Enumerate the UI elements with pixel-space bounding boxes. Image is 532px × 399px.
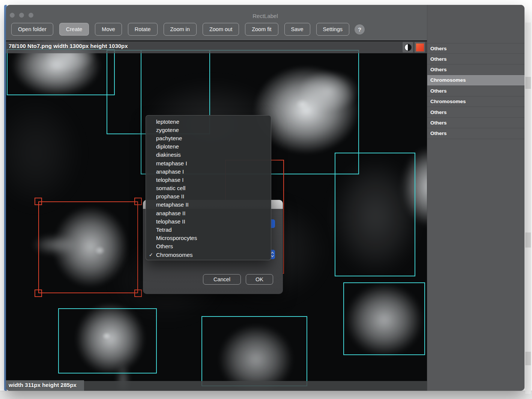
menu-item-label: Microsporocytes bbox=[156, 235, 197, 241]
menu-item-metaphase-ii[interactable]: metaphase II bbox=[146, 201, 271, 209]
menu-item-label: telophase II bbox=[156, 218, 185, 225]
menu-item-label: prophase II bbox=[156, 193, 184, 200]
resize-handle[interactable] bbox=[35, 198, 42, 205]
menu-item-telophase-i[interactable]: telophase I bbox=[146, 176, 271, 184]
contrast-icon bbox=[404, 44, 412, 51]
cancel-button[interactable]: Cancel bbox=[203, 274, 241, 285]
resize-handle[interactable] bbox=[134, 198, 142, 205]
zoom-in-button[interactable]: Zoom in bbox=[164, 23, 197, 36]
label-color-button[interactable] bbox=[415, 42, 425, 52]
menu-item-diakinesis[interactable]: diakinesis bbox=[146, 151, 271, 159]
menu-item-leptotene[interactable]: leptotene bbox=[146, 117, 271, 126]
page-background-strip bbox=[0, 391, 532, 399]
settings-button[interactable]: Settings bbox=[316, 23, 349, 36]
label-row-text: Others bbox=[430, 67, 447, 72]
menu-item-somatic-cell[interactable]: somatic cell bbox=[146, 184, 271, 192]
menu-item-label: telophase I bbox=[156, 177, 183, 183]
label-row-others[interactable]: Others bbox=[427, 86, 524, 96]
label-row-text: Others bbox=[430, 56, 447, 62]
annotation-box[interactable] bbox=[201, 316, 307, 386]
menu-item-telophase-ii[interactable]: telophase II bbox=[146, 217, 271, 225]
page: RectLabel Open folderCreateMoveRotateZoo… bbox=[0, 0, 532, 399]
menu-item-label: anaphase II bbox=[156, 210, 185, 216]
label-row-others[interactable]: Others bbox=[427, 43, 524, 54]
help-button[interactable]: ? bbox=[355, 24, 365, 34]
label-row-others[interactable]: Others bbox=[427, 54, 524, 64]
menu-item-diplotene[interactable]: diplotene bbox=[146, 142, 271, 151]
annotation-box[interactable] bbox=[335, 153, 415, 276]
scrollbar-thumb[interactable] bbox=[525, 352, 531, 365]
toolbar: Open folderCreateMoveRotateZoom inZoom o… bbox=[11, 23, 365, 36]
cell-blob bbox=[6, 97, 81, 209]
label-row-text: Chromosomes bbox=[430, 77, 466, 83]
label-list: OthersOthersOthersChromosomesOthersChrom… bbox=[427, 5, 524, 391]
label-row-others[interactable]: Others bbox=[427, 107, 524, 117]
menu-item-microsporocytes[interactable]: Microsporocytes bbox=[146, 234, 271, 242]
scrollbar-thumb[interactable] bbox=[525, 232, 531, 248]
menu-item-tetrad[interactable]: Tetrad bbox=[146, 225, 271, 234]
checkmark-icon: ✓ bbox=[146, 252, 156, 258]
label-row-text: Others bbox=[430, 88, 447, 94]
app-window: RectLabel Open folderCreateMoveRotateZoo… bbox=[6, 5, 524, 391]
image-info-text: 78/100 Nto7.png width 1300px height 1030… bbox=[9, 43, 128, 49]
menu-item-label: metaphase I bbox=[156, 160, 187, 166]
label-row-chromosomes[interactable]: Chromosomes bbox=[427, 75, 524, 86]
open-folder-button[interactable]: Open folder bbox=[11, 23, 53, 36]
label-row-others[interactable]: Others bbox=[427, 118, 524, 128]
menu-item-anaphase-i[interactable]: anaphase I bbox=[146, 167, 271, 176]
menu-item-label: pachytene bbox=[156, 135, 182, 141]
rotate-button[interactable]: Rotate bbox=[128, 23, 158, 36]
zoom-fit-button[interactable]: Zoom fit bbox=[245, 23, 278, 36]
label-row-others[interactable]: Others bbox=[427, 128, 524, 139]
label-row-text: Others bbox=[430, 120, 447, 126]
phase-menu: leptotenezygotenepachytenediplotenediaki… bbox=[146, 115, 271, 260]
menu-item-others[interactable]: Others bbox=[146, 242, 271, 250]
menu-item-pachytene[interactable]: pachytene bbox=[146, 134, 271, 142]
menu-item-label: anaphase I bbox=[156, 168, 184, 175]
label-color-icon bbox=[416, 44, 424, 51]
scrollbar-thumb[interactable] bbox=[525, 77, 531, 89]
resize-handle[interactable] bbox=[35, 290, 42, 297]
label-row-text: Chromosomes bbox=[430, 99, 466, 104]
menu-item-label: zygotene bbox=[156, 127, 179, 133]
annotation-box[interactable] bbox=[7, 49, 115, 95]
zoom-out-button[interactable]: Zoom out bbox=[203, 23, 239, 36]
box-size-text: width 311px height 285px bbox=[9, 382, 77, 388]
menu-item-zygotene[interactable]: zygotene bbox=[146, 126, 271, 134]
menu-item-anaphase-ii[interactable]: anaphase II bbox=[146, 209, 271, 217]
menu-item-label: Others bbox=[156, 243, 173, 249]
menu-item-chromosomes[interactable]: ✓Chromosomes bbox=[146, 250, 271, 259]
label-row-chromosomes[interactable]: Chromosomes bbox=[427, 96, 524, 107]
page-scrollbar-strip[interactable] bbox=[525, 22, 531, 394]
menu-item-label: diplotene bbox=[156, 143, 179, 150]
label-row-others[interactable]: Others bbox=[427, 64, 524, 75]
create-button[interactable]: Create bbox=[59, 23, 89, 36]
label-row-text: Others bbox=[430, 110, 447, 115]
save-button[interactable]: Save bbox=[284, 23, 310, 36]
menu-item-label: Tetrad bbox=[156, 226, 172, 233]
annotation-box[interactable] bbox=[58, 308, 157, 374]
resize-handle[interactable] bbox=[134, 290, 142, 297]
menu-item-label: metaphase II bbox=[156, 201, 189, 208]
menu-item-label: somatic cell bbox=[156, 185, 185, 191]
menu-item-label: diakinesis bbox=[156, 152, 181, 158]
menu-item-label: leptotene bbox=[156, 118, 179, 125]
menu-item-prophase-ii[interactable]: prophase II bbox=[146, 192, 271, 201]
label-row-text: Others bbox=[430, 130, 447, 136]
move-button[interactable]: Move bbox=[95, 23, 122, 36]
annotation-box[interactable] bbox=[343, 282, 425, 355]
ok-button[interactable]: OK bbox=[246, 274, 273, 285]
image-canvas[interactable]: 78/100 Nto7.png width 1300px height 1030… bbox=[6, 40, 427, 391]
contrast-toggle-button[interactable] bbox=[403, 42, 413, 52]
menu-item-label: Chromosomes bbox=[156, 252, 193, 258]
label-row-text: Others bbox=[430, 46, 447, 51]
menu-item-metaphase-i[interactable]: metaphase I bbox=[146, 159, 271, 167]
selected-annotation-box[interactable] bbox=[38, 201, 138, 293]
